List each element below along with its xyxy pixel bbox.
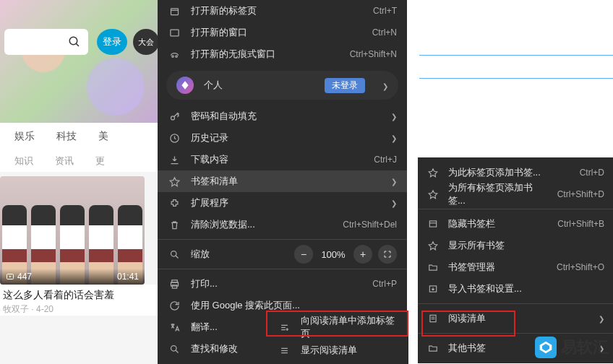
menu-label: 隐藏书签栏 [448, 217, 549, 230]
bookmarks-submenu: 为此标签页添加书签... Ctrl+D 为所有标签页添加书签... Ctrl+S… [418, 157, 613, 363]
chevron-right-icon: ❯ [382, 82, 388, 90]
brand-icon [535, 337, 557, 358]
website-background: 登录 大会 娱乐 科技 美 知识 资讯 更 447 01:41 这么多人看着的话… [0, 0, 159, 364]
menu-label: 打开新的无痕式窗口 [191, 48, 340, 61]
submenu-bookmark-this[interactable]: 为此标签页添加书签... Ctrl+D [418, 162, 613, 183]
shortcut: Ctrl+T [373, 6, 397, 16]
menu-label: 为此标签页添加书签... [448, 166, 571, 179]
svg-marker-28 [429, 169, 437, 177]
shortcut: Ctrl+Shift+O [557, 262, 604, 272]
menu-label: 向阅读清单中添加标签页 [301, 314, 398, 340]
tab-entertainment[interactable]: 娱乐 [14, 130, 35, 143]
menu-print[interactable]: 打印... Ctrl+P [158, 273, 407, 295]
bookmark-bar-icon [426, 217, 440, 230]
star-icon [426, 188, 440, 201]
menu-separator [418, 333, 613, 334]
shortcut: Ctrl+N [372, 27, 397, 38]
menu-label: 历史记录 [191, 131, 381, 144]
shortcut: Ctrl+J [374, 155, 397, 165]
zoom-out-button[interactable]: − [294, 245, 313, 264]
menu-label: 打开新的标签页 [191, 4, 363, 17]
menu-new-window[interactable]: 打开新的窗口 Ctrl+N [158, 22, 407, 43]
submenu-hide-bar[interactable]: 隐藏书签栏 Ctrl+Shift+B [418, 213, 613, 235]
tab-beauty[interactable]: 美 [98, 130, 108, 143]
menu-label: 为所有标签页添加书签... [448, 181, 549, 207]
menu-label: 扩展程序 [191, 196, 381, 209]
tab-knowledge[interactable]: 知识 [14, 155, 33, 168]
reading-list-submenu: 向阅读清单中添加标签页 显示阅读清单 [267, 312, 408, 364]
submenu-reading-list[interactable]: 阅读清单 ❯ [418, 308, 613, 329]
video-meta: 牧双子 · 4-20 [0, 303, 159, 316]
menu-separator [418, 303, 613, 304]
menu-history[interactable]: 历史记录 ❯ [158, 127, 407, 149]
menu-label: 阅读清单 [448, 312, 590, 325]
submenu-show-reading-list[interactable]: 显示阅读清单 [267, 339, 408, 362]
incognito-icon [168, 48, 181, 61]
menu-label: 清除浏览数据... [191, 218, 333, 231]
new-window-icon [168, 26, 181, 39]
svg-point-0 [69, 37, 77, 45]
video-duration: 01:41 [117, 272, 139, 282]
fullscreen-button[interactable] [378, 245, 397, 264]
menu-passwords[interactable]: 密码和自动填充 ❯ [158, 105, 407, 127]
menu-bookmarks[interactable]: 书签和清单 ❯ [158, 170, 407, 192]
shortcut: Ctrl+Shift+D [557, 189, 604, 199]
zoom-in-button[interactable]: + [353, 245, 372, 264]
menu-profile[interactable]: 个人 未登录 ❯ [166, 71, 398, 100]
search-icon [68, 35, 81, 48]
menu-incognito[interactable]: 打开新的无痕式窗口 Ctrl+Shift+N [158, 43, 407, 65]
menu-label: 使用 Google 搜索此页面... [191, 299, 397, 312]
svg-line-1 [76, 43, 79, 46]
chevron-right-icon: ❯ [599, 315, 604, 323]
google-icon [168, 299, 181, 312]
list-icon [278, 344, 291, 357]
shortcut: Ctrl+Shift+N [350, 49, 397, 59]
vip-badge[interactable]: 大会 [133, 29, 159, 55]
find-icon [168, 342, 181, 355]
menu-extensions[interactable]: 扩展程序 ❯ [158, 192, 407, 214]
svg-marker-29 [429, 191, 437, 199]
submenu-manager[interactable]: 书签管理器 Ctrl+Shift+O [418, 256, 613, 278]
svg-line-18 [175, 350, 178, 352]
trash-icon [168, 218, 181, 231]
new-tab-icon [168, 4, 181, 17]
menu-clear-data[interactable]: 清除浏览数据... Ctrl+Shift+Del [158, 214, 407, 235]
svg-marker-11 [170, 177, 179, 186]
video-title[interactable]: 这么多人看着的话会害羞 [0, 285, 159, 303]
menu-downloads[interactable]: 下载内容 Ctrl+J [158, 149, 407, 170]
chevron-right-icon: ❯ [391, 199, 397, 207]
submenu-bookmark-all[interactable]: 为所有标签页添加书签... Ctrl+Shift+D [418, 183, 613, 205]
primary-tabs: 娱乐 科技 美 [0, 123, 159, 150]
divider-line [419, 55, 613, 56]
translate-icon [168, 321, 181, 334]
tab-more[interactable]: 更 [95, 155, 105, 168]
hero-banner: 登录 大会 [0, 0, 159, 123]
svg-point-7 [171, 55, 173, 57]
search-input[interactable] [4, 29, 88, 55]
history-icon [168, 131, 181, 144]
submenu-add-to-reading-list[interactable]: 向阅读清单中添加标签页 [267, 316, 408, 339]
menu-label: 显示阅读清单 [301, 344, 398, 357]
not-logged-badge: 未登录 [325, 78, 365, 93]
video-thumbnail[interactable]: 447 01:41 [0, 176, 145, 285]
submenu-import[interactable]: 导入书签和设置... [418, 278, 613, 300]
list-add-icon [278, 321, 291, 334]
key-icon [168, 110, 181, 123]
list-icon [426, 312, 440, 325]
print-icon [168, 277, 181, 290]
tab-tech[interactable]: 科技 [56, 130, 77, 143]
menu-label: 打印... [191, 277, 362, 290]
import-icon [426, 282, 440, 295]
menu-label: 缩放 [191, 248, 284, 261]
menu-separator [158, 239, 407, 240]
svg-rect-30 [429, 221, 436, 227]
menu-new-tab[interactable]: 打开新的标签页 Ctrl+T [158, 0, 407, 22]
svg-point-9 [171, 116, 174, 119]
star-icon [168, 175, 181, 188]
submenu-show-all[interactable]: 显示所有书签 [418, 235, 613, 256]
svg-line-13 [175, 255, 178, 258]
login-button[interactable]: 登录 [97, 29, 127, 55]
play-count: 447 [6, 272, 32, 282]
menu-zoom: 缩放 − 100% + [158, 243, 407, 265]
tab-news[interactable]: 资讯 [55, 155, 74, 168]
